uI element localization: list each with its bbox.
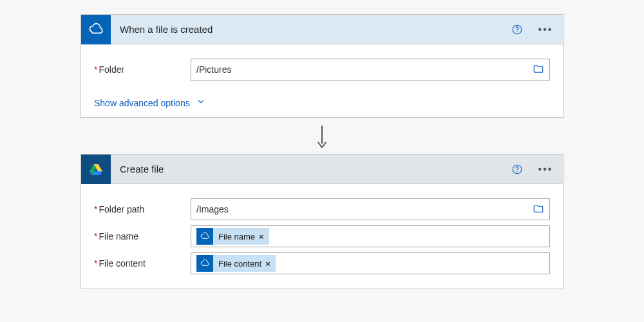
trigger-folder-input[interactable]	[191, 59, 550, 80]
trigger-card: When a file is created ••• *Folder Show	[80, 14, 564, 118]
show-advanced-options-link[interactable]: Show advanced options	[94, 97, 205, 108]
folder-path-text[interactable]	[196, 204, 527, 214]
chevron-down-icon	[196, 97, 205, 108]
trigger-header[interactable]: When a file is created •••	[81, 15, 563, 44]
action-header[interactable]: Create file •••	[81, 155, 563, 184]
file-name-input[interactable]: File name ×	[191, 225, 550, 247]
folder-path-input[interactable]	[191, 198, 550, 220]
more-menu-button[interactable]: •••	[536, 160, 555, 179]
onedrive-icon	[196, 228, 213, 245]
folder-picker-icon[interactable]	[533, 203, 544, 216]
onedrive-icon	[81, 15, 111, 44]
file-content-token[interactable]: File content ×	[196, 255, 276, 272]
help-icon[interactable]	[507, 20, 527, 39]
svg-point-4	[516, 171, 517, 171]
google-drive-icon	[81, 155, 111, 184]
trigger-title: When a file is created	[120, 24, 498, 35]
more-menu-button[interactable]: •••	[536, 20, 555, 39]
trigger-folder-text[interactable]	[196, 64, 527, 75]
action-card: Create file ••• *Folder path	[80, 154, 564, 289]
trigger-folder-label: *Folder	[94, 64, 191, 75]
svg-point-1	[516, 31, 517, 32]
file-content-input[interactable]: File content ×	[191, 252, 550, 274]
onedrive-icon	[196, 255, 213, 272]
token-label: File name	[218, 232, 255, 242]
flow-arrow	[80, 118, 564, 154]
file-name-token[interactable]: File name ×	[196, 228, 269, 245]
folder-path-label: *Folder path	[94, 204, 191, 214]
token-label: File content	[218, 259, 261, 269]
help-icon[interactable]	[507, 160, 527, 179]
file-name-label: *File name	[94, 231, 191, 242]
folder-picker-icon[interactable]	[533, 63, 544, 77]
action-title: Create file	[120, 164, 498, 175]
file-content-label: *File content	[94, 258, 191, 269]
remove-token-icon[interactable]: ×	[265, 259, 270, 269]
remove-token-icon[interactable]: ×	[259, 232, 264, 242]
